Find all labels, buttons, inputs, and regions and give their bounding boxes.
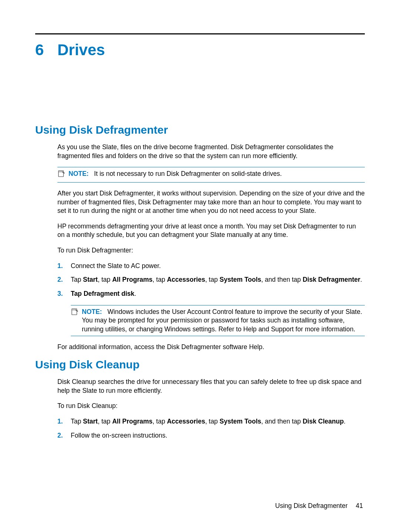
note-text: It is not necessary to run Disk Defragme… (94, 170, 282, 177)
paragraph: To run Disk Defragmenter: (57, 246, 365, 255)
svg-point-7 (73, 309, 74, 310)
step-item: 2. Follow the on-screen instructions. (57, 431, 365, 440)
svg-point-3 (61, 171, 61, 171)
svg-point-6 (73, 309, 73, 310)
section-defragmenter-heading: Using Disk Defragmenter (35, 124, 365, 136)
section-cleanup-heading: Using Disk Cleanup (35, 358, 365, 371)
paragraph: As you use the Slate, files on the drive… (57, 143, 365, 160)
step-number: 2. (57, 431, 71, 440)
note-icon (57, 170, 69, 180)
note-box: NOTE: Windows includes the User Account … (71, 305, 365, 337)
section-defragmenter-body: As you use the Slate, files on the drive… (57, 143, 365, 352)
svg-point-4 (62, 171, 62, 171)
step-text: Tap Defragment disk. (71, 290, 365, 298)
steps-list: 1. Tap Start, tap All Programs, tap Acce… (57, 417, 365, 440)
step-item: 1. Connect the Slate to AC power. (57, 262, 365, 271)
top-rule (35, 33, 365, 34)
section-cleanup-body: Disk Cleanup searches the drive for unne… (57, 378, 365, 440)
note-label: NOTE: (82, 308, 102, 315)
step-text: Tap Start, tap All Programs, tap Accesso… (71, 417, 365, 426)
step-number: 1. (57, 417, 71, 426)
step-text: Follow the on-screen instructions. (71, 431, 365, 440)
paragraph: After you start Disk Defragmenter, it wo… (57, 189, 365, 215)
step-number: 1. (57, 262, 71, 271)
step-item: 1. Tap Start, tap All Programs, tap Acce… (57, 417, 365, 426)
paragraph: To run Disk Cleanup: (57, 402, 365, 411)
step-item: 2. Tap Start, tap All Programs, tap Acce… (57, 275, 365, 284)
note-box: NOTE: It is not necessary to run Disk De… (57, 167, 365, 183)
steps-list: 1. Connect the Slate to AC power. 2. Tap… (57, 262, 365, 298)
note-text (90, 170, 94, 177)
step-item: 3. Tap Defragment disk. (57, 290, 365, 298)
note-label: NOTE: (69, 170, 89, 177)
step-text: Connect the Slate to AC power. (71, 262, 365, 271)
svg-point-1 (59, 171, 60, 171)
step-number: 2. (57, 275, 71, 284)
step-number: 3. (57, 290, 71, 298)
page-footer: Using Disk Defragmenter 41 (0, 502, 400, 510)
paragraph: For additional information, access the D… (57, 343, 365, 352)
footer-page-number: 41 (356, 502, 363, 510)
paragraph: Disk Cleanup searches the drive for unne… (57, 378, 365, 395)
chapter-title: Drives (57, 41, 105, 59)
footer-title: Using Disk Defragmenter (275, 502, 347, 510)
note-icon (71, 308, 82, 318)
chapter-heading: 6 Drives (35, 41, 365, 59)
chapter-number: 6 (35, 41, 57, 59)
note-text: Windows includes the User Account Contro… (82, 308, 362, 333)
svg-point-9 (75, 309, 76, 310)
svg-point-2 (60, 171, 60, 171)
svg-point-8 (74, 309, 75, 310)
paragraph: HP recommends defragmenting your drive a… (57, 222, 365, 240)
step-text: Tap Start, tap All Programs, tap Accesso… (71, 275, 365, 284)
